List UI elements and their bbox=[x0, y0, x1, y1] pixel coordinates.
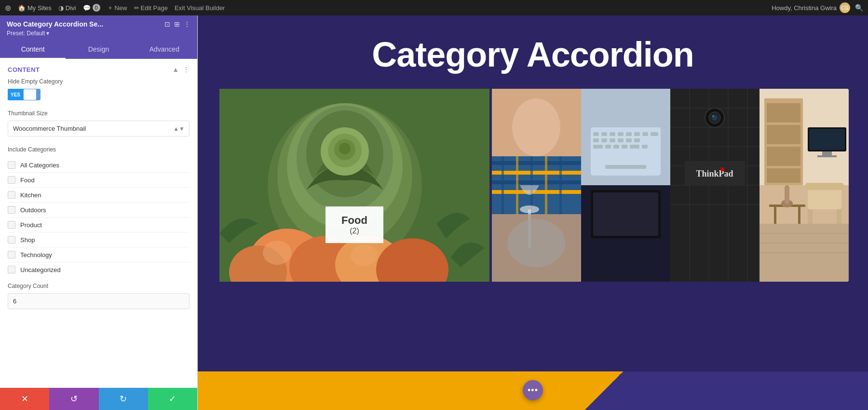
furniture-image bbox=[760, 89, 849, 282]
svg-rect-92 bbox=[808, 209, 813, 224]
sidebar-menu-icon[interactable]: ⋮ bbox=[184, 20, 190, 28]
list-item[interactable]: Food bbox=[8, 173, 190, 188]
section-title: Content bbox=[8, 66, 40, 73]
list-item[interactable]: Uncategorized bbox=[8, 262, 190, 277]
svg-rect-46 bbox=[601, 138, 607, 142]
thumbnail-select[interactable]: Woocommerce Thumbnail Full Medium Thumbn… bbox=[8, 121, 190, 137]
sidebar-body: Content ▲ ⋮ Hide Empty Category YES bbox=[0, 59, 197, 388]
sidebar: Woo Category Accordion Se... ⊡ ⊞ ⋮ Prese… bbox=[0, 15, 198, 410]
save-button[interactable]: ✓ bbox=[148, 388, 197, 410]
svg-rect-26 bbox=[516, 156, 518, 214]
svg-point-31 bbox=[520, 205, 539, 213]
accordion-panel-food[interactable]: Food (2) bbox=[217, 89, 492, 282]
comment-count-badge: 0 bbox=[93, 4, 100, 12]
accordion-panel-kitchen[interactable] bbox=[492, 89, 581, 282]
outdoors-image bbox=[581, 89, 670, 282]
uncategorized-checkbox[interactable] bbox=[8, 266, 15, 273]
list-item[interactable]: Outdoors bbox=[8, 203, 190, 218]
svg-rect-37 bbox=[593, 132, 599, 136]
list-item[interactable]: Kitchen bbox=[8, 188, 190, 203]
sidebar-pin-icon[interactable]: ⊡ bbox=[164, 20, 170, 28]
svg-rect-50 bbox=[634, 138, 640, 142]
svg-rect-41 bbox=[626, 132, 632, 136]
svg-rect-56 bbox=[642, 145, 648, 149]
search-icon[interactable]: 🔍 bbox=[855, 4, 863, 12]
cancel-button[interactable]: ✕ bbox=[0, 388, 49, 410]
divi-icon: ◑ bbox=[58, 4, 64, 12]
kitchen-checkbox[interactable] bbox=[8, 191, 15, 199]
technology-image: ThinkPad bbox=[670, 89, 760, 282]
include-categories-setting: Include Categories All Categories Food bbox=[8, 146, 190, 277]
sidebar-header: Woo Category Accordion Se... ⊡ ⊞ ⋮ Prese… bbox=[0, 15, 197, 41]
exit-builder-link[interactable]: Exit Visual Builder bbox=[175, 4, 225, 12]
my-sites-link[interactable]: 🏠 My Sites bbox=[18, 4, 52, 12]
count-label: Category Count bbox=[8, 283, 190, 289]
tab-content[interactable]: Content bbox=[0, 41, 66, 59]
tab-advanced[interactable]: Advanced bbox=[132, 41, 197, 59]
accordion-grid: Food (2) bbox=[217, 89, 849, 282]
page-title: Category Accordion bbox=[217, 35, 849, 74]
sidebar-grid-icon[interactable]: ⊞ bbox=[174, 20, 180, 28]
list-item[interactable]: All Categories bbox=[8, 158, 190, 173]
plus-icon: ＋ bbox=[107, 3, 113, 12]
svg-rect-44 bbox=[651, 132, 658, 136]
svg-rect-45 bbox=[593, 138, 599, 142]
sidebar-preset[interactable]: Preset: Default ▾ bbox=[7, 30, 190, 37]
include-categories-label: Include Categories bbox=[8, 146, 190, 153]
howdy-text: Howdy, Christina Gwira bbox=[772, 4, 837, 12]
svg-rect-93 bbox=[837, 209, 841, 224]
tab-design[interactable]: Design bbox=[66, 41, 131, 59]
comments-link[interactable]: 💬 0 bbox=[83, 4, 100, 12]
pencil-icon: ✏ bbox=[134, 4, 139, 12]
thumbnail-select-wrapper: Woocommerce Thumbnail Full Medium Thumbn… bbox=[8, 121, 190, 137]
svg-rect-38 bbox=[601, 132, 607, 136]
svg-rect-101 bbox=[798, 207, 800, 224]
food-checkbox[interactable] bbox=[8, 176, 15, 184]
hide-empty-label: Hide Empty Category bbox=[8, 78, 190, 85]
svg-rect-84 bbox=[767, 125, 800, 144]
svg-rect-22 bbox=[492, 171, 581, 175]
list-item[interactable]: Technology bbox=[8, 247, 190, 262]
edit-page-link[interactable]: ✏ Edit Page bbox=[134, 4, 168, 12]
outdoors-checkbox[interactable] bbox=[8, 206, 15, 214]
food-label-overlay: Food (2) bbox=[326, 206, 383, 243]
svg-rect-83 bbox=[767, 103, 800, 123]
shop-checkbox[interactable] bbox=[8, 236, 15, 244]
product-checkbox[interactable] bbox=[8, 221, 15, 229]
list-item[interactable]: Product bbox=[8, 218, 190, 232]
hide-empty-toggle[interactable]: YES bbox=[8, 89, 41, 100]
accordion-panel-technology[interactable]: ThinkPad bbox=[670, 89, 760, 282]
thumbnail-label: Thumbnail Size bbox=[8, 110, 190, 117]
collapse-icon[interactable]: ▲ bbox=[172, 66, 179, 73]
redo-button[interactable]: ↻ bbox=[99, 388, 148, 410]
svg-rect-54 bbox=[622, 145, 627, 149]
sidebar-title: Woo Category Accordion Se... bbox=[7, 20, 103, 28]
all-categories-checkbox[interactable] bbox=[8, 161, 15, 169]
svg-rect-43 bbox=[642, 132, 648, 136]
settings-area: Hide Empty Category YES Thumbnail Size W… bbox=[0, 78, 197, 317]
fab-dots-icon: ••• bbox=[528, 385, 538, 396]
section-icons: ▲ ⋮ bbox=[172, 66, 190, 73]
more-icon[interactable]: ⋮ bbox=[183, 66, 190, 73]
sidebar-toolbar: ✕ ↺ ↻ ✓ bbox=[0, 388, 197, 410]
new-link[interactable]: ＋ New bbox=[107, 3, 127, 12]
accordion-panel-outdoors[interactable] bbox=[581, 89, 670, 282]
undo-button[interactable]: ↺ bbox=[49, 388, 98, 410]
accordion-panel-furniture[interactable] bbox=[760, 89, 849, 282]
divi-link[interactable]: ◑ Divi bbox=[58, 4, 76, 12]
undo-icon: ↺ bbox=[70, 394, 78, 404]
count-input[interactable] bbox=[8, 293, 190, 309]
svg-rect-48 bbox=[618, 138, 624, 142]
list-item[interactable]: Shop bbox=[8, 232, 190, 247]
svg-rect-60 bbox=[593, 192, 658, 236]
floating-action-button[interactable]: ••• bbox=[523, 380, 543, 400]
technology-checkbox[interactable] bbox=[8, 251, 15, 259]
main-layout: Woo Category Accordion Se... ⊡ ⊞ ⋮ Prese… bbox=[0, 15, 868, 410]
svg-rect-85 bbox=[767, 147, 800, 166]
wordpress-icon[interactable]: ⊛ bbox=[5, 3, 11, 13]
svg-point-15 bbox=[263, 241, 292, 265]
svg-rect-51 bbox=[593, 145, 603, 149]
svg-rect-49 bbox=[626, 138, 632, 142]
svg-rect-88 bbox=[809, 129, 845, 150]
svg-rect-21 bbox=[492, 161, 581, 165]
